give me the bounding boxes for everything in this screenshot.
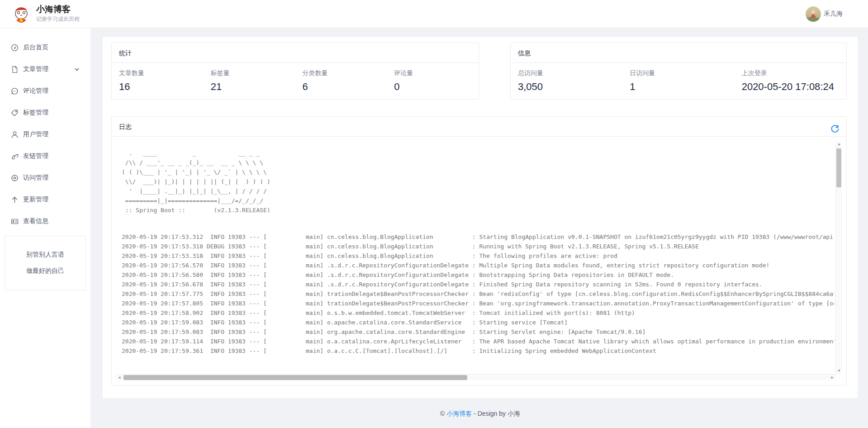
stat-articles: 文章数量 16 [112,69,204,93]
stat-label: 日访问量 [630,69,734,77]
stat-label: 总访问量 [518,69,622,77]
info-card: 信息 总访问量 3,050 日访问量 1 上次登录 2020-05-20 17:… [510,43,847,100]
footer-brand-link[interactable]: 小海博客 [446,410,472,417]
sidebar-item-label: 用户管理 [23,130,48,138]
site-subtitle: 记录学习成长历程 [36,15,80,23]
scroll-up-arrow[interactable]: ▲ [836,141,842,147]
stat-value: 6 [303,81,387,93]
vertical-scroll-thumb[interactable] [836,148,841,187]
sidebar-item-label: 查看信息 [23,217,48,225]
aim-icon [11,174,19,182]
sidebar-item-friend-links[interactable]: 友链管理 [0,145,90,167]
stat-categories: 分类数量 6 [295,69,387,93]
sidebar-item-articles[interactable]: 文章管理 [0,58,90,80]
app-header: 小海博客 记录学习成长历程 禾几海 [0,0,868,28]
scroll-left-arrow[interactable]: ◄ [116,375,123,380]
sidebar-item-visits[interactable]: 访问管理 [0,167,90,189]
site-title: 小海博客 [36,5,80,14]
comment-icon [11,87,19,95]
spring-boot-banner: . ____ _ __ _ _ /\\ / ___'_ __ _ _(_)_ _… [122,148,835,215]
sidebar-item-label: 后台首页 [23,43,48,52]
scroll-down-arrow[interactable]: ▼ [836,368,842,374]
motto-box: 别管别人言语 做最好的自己 [5,236,86,290]
sidebar-item-label: 标签管理 [23,109,48,117]
info-last-login: 上次登录 2020-05-20 17:08:24 [735,69,846,93]
motto-line-2: 做最好的自己 [5,262,85,279]
idcard-icon [11,218,19,225]
brand-text: 小海博客 记录学习成长历程 [36,5,80,23]
sidebar-item-comments[interactable]: 评论管理 [0,80,90,102]
user-avatar[interactable] [806,6,821,22]
horizontal-scrollbar[interactable]: ◄ ► [116,374,835,380]
log-viewport[interactable]: . ____ _ __ _ _ /\\ / ___'_ __ _ _(_)_ _… [116,141,842,380]
stat-tags: 标签量 21 [204,69,295,93]
sidebar-item-label: 评论管理 [23,87,48,95]
horizontal-scroll-thumb[interactable] [123,375,467,380]
sidebar-item-users[interactable]: 用户管理 [0,124,90,145]
stat-label: 标签量 [211,69,295,77]
footer-suffix: - Design by 小海 [474,410,520,417]
sidebar-item-label: 文章管理 [23,65,48,73]
stat-label: 分类数量 [303,69,387,77]
page-footer: © 小海博客 - Design by 小海 [103,410,858,418]
info-card-title: 信息 [511,43,846,63]
tag-icon [11,109,19,117]
stat-value: 0 [394,81,479,93]
link-icon [11,152,19,160]
stat-label: 评论量 [394,69,479,77]
sidebar-item-label: 访问管理 [23,174,48,182]
brand: 小海博客 记录学习成长历程 [12,5,80,24]
stat-comments: 评论量 0 [387,69,479,93]
copyright-symbol: © [440,410,445,417]
log-output: 2020-05-19 20:17:53.312 INFO 19383 --- [… [122,232,835,356]
blog-logo-avatar [12,5,31,24]
stat-value: 2020-05-20 17:08:24 [742,81,846,93]
sidebar-item-label: 友链管理 [23,152,48,160]
sidebar-item-updates[interactable]: 更新管理 [0,189,90,210]
log-card: 日志 . ____ _ __ _ _ /\\ / ___'_ __ _ _(_)… [111,116,847,385]
arrow-up-icon [11,196,19,204]
sidebar-item-tags[interactable]: 标签管理 [0,102,90,124]
user-icon [11,131,19,138]
stat-value: 16 [119,81,204,93]
stat-value: 3,050 [518,81,622,93]
file-icon [11,66,19,73]
user-menu[interactable]: 禾几海 [806,6,843,22]
stat-label: 上次登录 [742,69,846,77]
sidebar-item-dashboard[interactable]: 后台首页 [0,37,90,58]
motto-line-1: 别管别人言语 [5,246,85,262]
chevron-down-icon [74,66,80,71]
sidebar-item-label: 更新管理 [23,195,48,204]
vertical-scrollbar[interactable]: ▲ ▼ [835,141,842,374]
log-card-title: 日志 [119,123,132,130]
scroll-right-arrow[interactable]: ► [829,375,835,380]
log-content: . ____ _ __ _ _ /\\ / ___'_ __ _ _(_)_ _… [122,148,835,373]
info-daily-visits: 日访问量 1 [622,69,734,93]
username: 禾几海 [824,10,843,18]
stat-value: 1 [630,81,734,93]
dashboard-icon [11,44,19,52]
main-content: 统计 文章数量 16 标签量 21 分类数量 6 评论量 0 信息 总访 [103,37,858,398]
stat-label: 文章数量 [119,69,204,77]
stats-card: 统计 文章数量 16 标签量 21 分类数量 6 评论量 0 [111,43,479,100]
info-total-visits: 总访问量 3,050 [511,69,622,93]
stat-value: 21 [211,81,295,93]
sidebar: 后台首页 文章管理 评论管理 标签管理 [0,28,90,428]
refresh-icon[interactable] [830,122,840,132]
stats-card-title: 统计 [112,43,479,63]
sidebar-item-view-info[interactable]: 查看信息 [0,210,90,232]
